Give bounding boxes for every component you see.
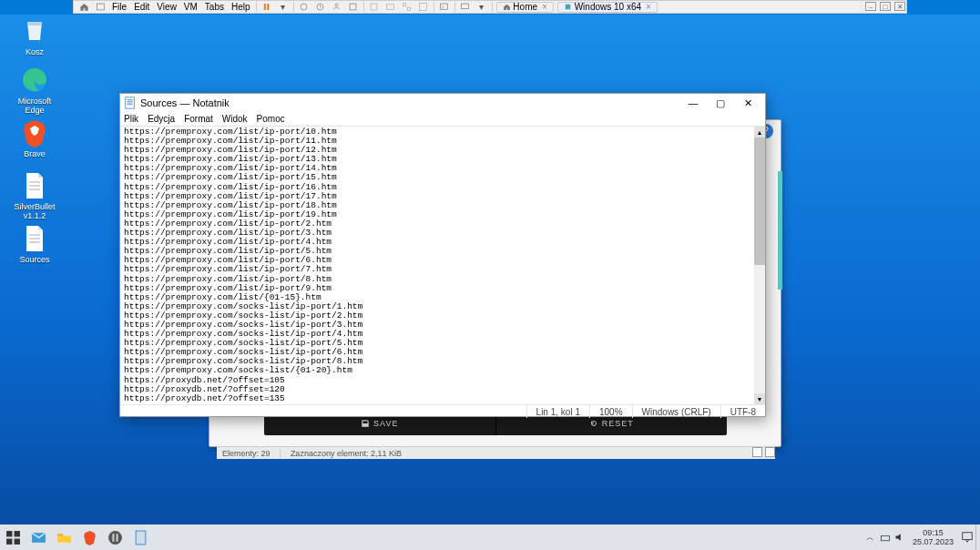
svg-rect-25 (136, 531, 146, 545)
status-eol: Windows (CRLF) (632, 405, 720, 418)
svg-rect-10 (407, 7, 410, 10)
svg-rect-8 (386, 5, 393, 10)
vm-library-icon[interactable] (94, 1, 107, 14)
status-encoding: UTF-8 (720, 405, 765, 418)
vm-menu-view[interactable]: View (157, 2, 177, 12)
vm-guest-icon[interactable] (331, 1, 343, 14)
taskbar-mail-icon[interactable] (26, 525, 51, 550)
vm-fullscreen-icon[interactable] (417, 1, 430, 14)
vm-unity-icon[interactable] (401, 1, 413, 14)
svg-rect-9 (403, 3, 405, 5)
taskbar-clock[interactable]: 09:15 25.07.2023 (907, 528, 959, 546)
svg-rect-18 (14, 531, 19, 536)
status-cursor-pos: Lin 1, kol 1 (526, 405, 589, 418)
svg-rect-7 (371, 4, 377, 10)
notepad-text-area[interactable]: https://premproxy.com/list/ip-port/10.ht… (122, 127, 754, 404)
svg-rect-17 (6, 531, 12, 536)
vm-guest-tab[interactable]: Windows 10 x64× (557, 2, 658, 13)
svg-rect-2 (267, 4, 269, 10)
vm-window-min-icon[interactable]: – (865, 2, 876, 11)
minimize-button[interactable]: — (679, 94, 707, 112)
tray-volume-icon[interactable] (893, 532, 907, 543)
vm-home-icon[interactable] (77, 1, 90, 14)
menu-edycja[interactable]: Edycja (148, 114, 175, 124)
svg-rect-19 (6, 538, 12, 544)
menu-plik[interactable]: Plik (124, 114, 138, 124)
vm-display-dropdown-icon[interactable]: ▾ (475, 1, 488, 14)
microsoft-edge-icon[interactable]: Microsoft Edge (7, 66, 62, 115)
svg-rect-0 (97, 4, 104, 10)
scroll-thumb[interactable] (754, 138, 765, 265)
svg-point-5 (335, 4, 338, 6)
tray-network-icon[interactable] (878, 532, 893, 543)
svg-rect-13 (461, 4, 468, 9)
svg-rect-27 (963, 533, 973, 540)
vm-dropdown-icon[interactable]: ▾ (277, 1, 290, 14)
svg-rect-11 (419, 3, 426, 10)
start-button[interactable] (0, 525, 26, 550)
svg-rect-24 (116, 534, 117, 542)
status-elements: Elementy: 29 (222, 449, 271, 458)
vm-menu-vm[interactable]: VM (184, 2, 198, 12)
notepad-menubar: Plik Edycja Format Widok Pomoc (120, 112, 765, 127)
vm-menu-tabs[interactable]: Tabs (205, 2, 224, 12)
svg-rect-26 (881, 536, 889, 541)
svg-rect-6 (350, 4, 356, 10)
svg-rect-23 (112, 534, 114, 542)
menu-widok[interactable]: Widok (222, 114, 248, 124)
show-desktop-button[interactable] (975, 525, 980, 550)
vm-home-tab[interactable]: Home× (496, 2, 554, 13)
taskbar-explorer-icon[interactable] (51, 525, 77, 550)
silverbullet-file-icon[interactable]: SilverBullet v1.1.2 (7, 171, 62, 220)
sources-file-icon[interactable]: Sources (7, 224, 62, 264)
scroll-up-icon[interactable]: ▲ (754, 127, 765, 138)
recycle-bin-icon[interactable]: Kosz (7, 16, 62, 56)
notepad-window[interactable]: Sources — Notatnik — ▢ ✕ Plik Edycja For… (119, 93, 766, 417)
vm-window-close-icon[interactable]: ✕ (894, 2, 905, 11)
svg-rect-12 (440, 4, 447, 9)
status-selected: Zaznaczony element: 2,11 KiB (291, 449, 402, 458)
vm-window-max-icon[interactable]: □ (880, 2, 891, 11)
vm-menu-edit[interactable]: Edit (134, 2, 149, 12)
vm-toolbar: File Edit View VM Tabs Help ▾ ▾ Home× Wi… (73, 0, 907, 14)
vm-tools-icon[interactable] (347, 1, 360, 14)
taskbar-notepad-icon[interactable] (128, 525, 153, 550)
vm-menu-help[interactable]: Help (231, 2, 250, 12)
notepad-titlebar[interactable]: Sources — Notatnik — ▢ ✕ (120, 94, 765, 112)
action-center-icon[interactable] (959, 525, 975, 550)
taskbar: ︿ 09:15 25.07.2023 (0, 525, 980, 550)
tray-chevron-up-icon[interactable]: ︿ (863, 532, 878, 544)
notepad-title: Sources — Notatnik (140, 97, 230, 108)
svg-rect-20 (14, 538, 19, 544)
vm-pause-icon[interactable] (260, 1, 273, 14)
vm-snapshot-icon[interactable] (298, 1, 311, 14)
scroll-down-icon[interactable]: ▼ (754, 393, 765, 404)
svg-rect-14 (566, 5, 571, 10)
vm-clock-icon[interactable] (314, 1, 327, 14)
status-icons (752, 447, 775, 457)
guest-desktop[interactable]: Kosz Microsoft Edge Brave SilverBullet v… (0, 15, 980, 525)
taskbar-brave-icon[interactable] (77, 525, 102, 550)
maximize-button[interactable]: ▢ (707, 94, 734, 112)
vm-console-icon[interactable] (438, 1, 451, 14)
svg-rect-1 (264, 4, 266, 10)
svg-point-3 (301, 4, 307, 10)
svg-point-22 (108, 531, 122, 545)
vm-display-icon[interactable] (459, 1, 472, 14)
taskbar-app-icon[interactable] (102, 525, 128, 550)
notepad-app-icon (124, 97, 137, 109)
close-button[interactable]: ✕ (734, 94, 761, 112)
brave-icon[interactable]: Brave (7, 118, 62, 158)
vm-menu-file[interactable]: File (112, 2, 127, 12)
vm-fit-icon[interactable] (368, 1, 381, 14)
scrollbar[interactable]: ▲ ▼ (754, 127, 765, 404)
notepad-statusbar: Lin 1, kol 1 100% Windows (CRLF) UTF-8 (120, 404, 765, 418)
status-zoom: 100% (589, 405, 632, 418)
vm-stretch-icon[interactable] (384, 1, 397, 14)
menu-pomoc[interactable]: Pomoc (257, 114, 285, 124)
menu-format[interactable]: Format (184, 114, 213, 124)
accent-bar (778, 171, 782, 290)
